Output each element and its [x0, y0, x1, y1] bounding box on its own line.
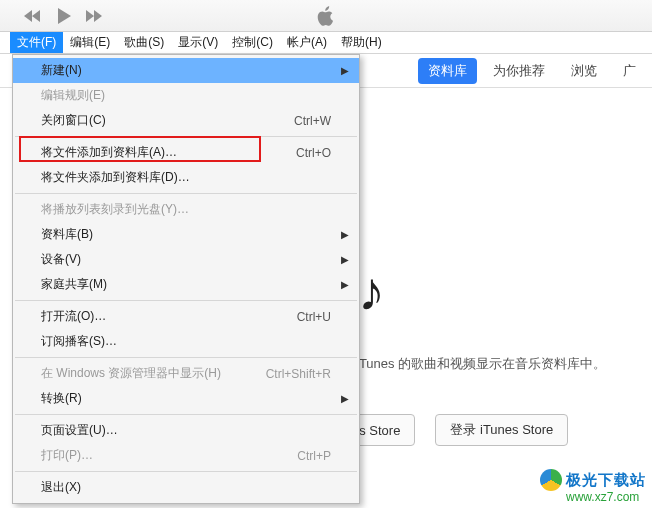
library-hint-text: iTunes 的歌曲和视频显示在音乐资料库中。: [356, 355, 606, 373]
menu-view[interactable]: 显示(V): [171, 32, 225, 53]
music-note-icon: ♪: [358, 260, 385, 322]
menu-item-label: 在 Windows 资源管理器中显示(H): [41, 365, 221, 382]
menu-item-shortcut: Ctrl+O: [296, 146, 331, 160]
menu-item-library[interactable]: 资料库(B) ▶: [13, 222, 359, 247]
menu-item-devices[interactable]: 设备(V) ▶: [13, 247, 359, 272]
menu-item-label: 将文件夹添加到资料库(D)…: [41, 169, 190, 186]
menu-item-label: 转换(R): [41, 390, 82, 407]
watermark-logo-icon: [540, 469, 562, 491]
menu-separator: [15, 414, 357, 415]
menu-item-new[interactable]: 新建(N) ▶: [13, 58, 359, 83]
menu-item-label: 资料库(B): [41, 226, 93, 243]
menu-item-print: 打印(P)… Ctrl+P: [13, 443, 359, 468]
menu-item-label: 打开流(O)…: [41, 308, 106, 325]
menu-item-label: 打印(P)…: [41, 447, 93, 464]
watermark-url: www.xz7.com: [566, 490, 646, 504]
menu-item-shortcut: Ctrl+Shift+R: [266, 367, 331, 381]
apple-logo-icon: [317, 6, 335, 26]
menu-item-label: 编辑规则(E): [41, 87, 105, 104]
menu-separator: [15, 357, 357, 358]
store-button-row: itunes Store 登录 iTunes Store: [330, 414, 568, 446]
submenu-arrow-icon: ▶: [341, 229, 349, 240]
menu-item-shortcut: Ctrl+U: [297, 310, 331, 324]
play-button[interactable]: [46, 3, 82, 29]
menu-control[interactable]: 控制(C): [225, 32, 280, 53]
menu-item-label: 关闭窗口(C): [41, 112, 106, 129]
menu-item-label: 页面设置(U)…: [41, 422, 118, 439]
submenu-arrow-icon: ▶: [341, 65, 349, 76]
submenu-arrow-icon: ▶: [341, 279, 349, 290]
tab-library[interactable]: 资料库: [418, 58, 477, 84]
menu-item-label: 将文件添加到资料库(A)…: [41, 144, 177, 161]
menu-item-add-file[interactable]: 将文件添加到资料库(A)… Ctrl+O: [13, 140, 359, 165]
menu-item-convert[interactable]: 转换(R) ▶: [13, 386, 359, 411]
next-track-button[interactable]: [82, 3, 108, 29]
tab-for-you[interactable]: 为你推荐: [483, 58, 555, 84]
menu-item-shortcut: Ctrl+P: [297, 449, 331, 463]
watermark: 极光下载站 www.xz7.com: [540, 469, 646, 504]
menu-item-label: 退出(X): [41, 479, 81, 496]
file-menu-dropdown: 新建(N) ▶ 编辑规则(E) 关闭窗口(C) Ctrl+W 将文件添加到资料库…: [12, 54, 360, 504]
sign-in-store-button[interactable]: 登录 iTunes Store: [435, 414, 568, 446]
menu-item-label: 将播放列表刻录到光盘(Y)…: [41, 201, 189, 218]
menu-separator: [15, 300, 357, 301]
menu-item-show-in-explorer: 在 Windows 资源管理器中显示(H) Ctrl+Shift+R: [13, 361, 359, 386]
menu-item-exit[interactable]: 退出(X): [13, 475, 359, 500]
menu-item-shortcut: Ctrl+W: [294, 114, 331, 128]
menu-item-label: 设备(V): [41, 251, 81, 268]
menu-item-burn: 将播放列表刻录到光盘(Y)…: [13, 197, 359, 222]
submenu-arrow-icon: ▶: [341, 393, 349, 404]
menu-item-home-sharing[interactable]: 家庭共享(M) ▶: [13, 272, 359, 297]
menu-item-subscribe-podcast[interactable]: 订阅播客(S)…: [13, 329, 359, 354]
tab-browse[interactable]: 浏览: [561, 58, 607, 84]
playback-controls: [20, 3, 108, 29]
menubar: 文件(F) 编辑(E) 歌曲(S) 显示(V) 控制(C) 帐户(A) 帮助(H…: [0, 32, 652, 54]
menu-item-add-folder[interactable]: 将文件夹添加到资料库(D)…: [13, 165, 359, 190]
menu-songs[interactable]: 歌曲(S): [117, 32, 171, 53]
menu-help[interactable]: 帮助(H): [334, 32, 389, 53]
menu-item-close-window[interactable]: 关闭窗口(C) Ctrl+W: [13, 108, 359, 133]
menu-item-edit-rules: 编辑规则(E): [13, 83, 359, 108]
submenu-arrow-icon: ▶: [341, 254, 349, 265]
menu-separator: [15, 136, 357, 137]
tab-radio[interactable]: 广: [613, 58, 646, 84]
menu-account[interactable]: 帐户(A): [280, 32, 334, 53]
menu-file[interactable]: 文件(F): [10, 32, 63, 53]
menu-edit[interactable]: 编辑(E): [63, 32, 117, 53]
prev-track-button[interactable]: [20, 3, 46, 29]
menu-item-open-stream[interactable]: 打开流(O)… Ctrl+U: [13, 304, 359, 329]
menu-item-page-setup[interactable]: 页面设置(U)…: [13, 418, 359, 443]
menu-item-label: 家庭共享(M): [41, 276, 107, 293]
player-toolbar: [0, 0, 652, 32]
menu-separator: [15, 471, 357, 472]
menu-item-label: 新建(N): [41, 62, 82, 79]
menu-item-label: 订阅播客(S)…: [41, 333, 117, 350]
watermark-title: 极光下载站: [566, 471, 646, 490]
menu-separator: [15, 193, 357, 194]
